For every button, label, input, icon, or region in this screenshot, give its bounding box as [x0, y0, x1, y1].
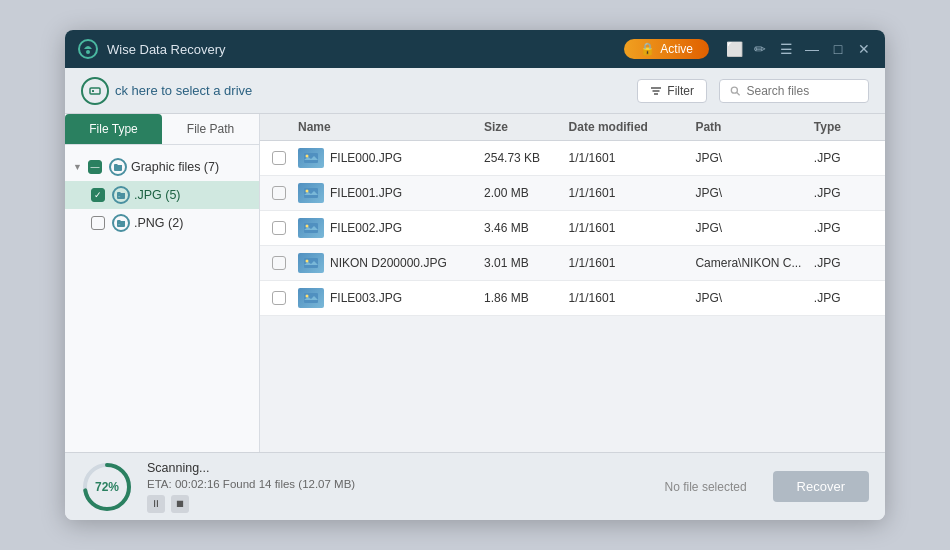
image-thumb: [304, 258, 318, 268]
row-name: FILE000.JPG: [298, 148, 484, 168]
image-thumb: [304, 293, 318, 303]
filter-label: Filter: [667, 84, 694, 98]
drive-select-button[interactable]: ck here to select a drive: [81, 77, 252, 105]
minimize-icon[interactable]: —: [803, 41, 821, 57]
file-thumb-icon: [298, 218, 324, 238]
table-row[interactable]: FILE001.JPG 2.00 MB 1/1/1601 JPG\ .JPG: [260, 176, 885, 211]
row-path: Camera\NIKON C...: [695, 256, 813, 270]
row-checkbox[interactable]: [272, 291, 286, 305]
row-checkbox[interactable]: [272, 256, 286, 270]
row-checkbox[interactable]: [272, 186, 286, 200]
row-check-cell: [272, 186, 298, 200]
sidebar-tabs: File Type File Path: [65, 114, 259, 145]
search-input[interactable]: [746, 84, 858, 98]
table-row[interactable]: NIKON D200000.JPG 3.01 MB 1/1/1601 Camer…: [260, 246, 885, 281]
filter-button[interactable]: Filter: [637, 79, 707, 103]
file-list-header: Name Size Date modified Path Type: [260, 114, 885, 141]
row-name: NIKON D200000.JPG: [298, 253, 484, 273]
row-name: FILE001.JPG: [298, 183, 484, 203]
main-content: File Type File Path ▼ — Graphic files (7…: [65, 114, 885, 452]
edit-icon[interactable]: ✏: [751, 41, 769, 57]
lock-icon: 🔒: [640, 42, 655, 56]
row-checkbox[interactable]: [272, 151, 286, 165]
row-type: .JPG: [814, 256, 873, 270]
svg-rect-2: [90, 88, 100, 94]
scanning-label: Scanning...: [147, 461, 651, 475]
svg-rect-3: [92, 90, 94, 92]
svg-point-14: [306, 190, 309, 193]
row-size: 1.86 MB: [484, 291, 569, 305]
app-title: Wise Data Recovery: [107, 42, 624, 57]
row-type: .JPG: [814, 291, 873, 305]
pause-button[interactable]: ⏸: [147, 495, 165, 513]
row-name: FILE003.JPG: [298, 288, 484, 308]
title-bar: Wise Data Recovery 🔒 Active ⬜ ✏ ☰ — □ ✕: [65, 30, 885, 68]
row-path: JPG\: [695, 186, 813, 200]
stop-button[interactable]: ⏹: [171, 495, 189, 513]
row-size: 3.46 MB: [484, 221, 569, 235]
row-date: 1/1/1601: [569, 151, 696, 165]
row-size: 2.00 MB: [484, 186, 569, 200]
row-date: 1/1/1601: [569, 291, 696, 305]
svg-point-20: [306, 295, 309, 298]
tree-item-graphic[interactable]: ▼ — Graphic files (7): [65, 153, 259, 181]
tree-label-png: .PNG (2): [134, 216, 183, 230]
tree-item-png[interactable]: ~ .PNG (2): [65, 209, 259, 237]
active-button[interactable]: 🔒 Active: [624, 39, 709, 59]
screen-icon[interactable]: ⬜: [725, 41, 743, 57]
menu-icon[interactable]: ☰: [777, 41, 795, 57]
file-thumb-icon: [298, 288, 324, 308]
svg-point-12: [306, 155, 309, 158]
filter-icon: [650, 85, 662, 97]
table-row[interactable]: FILE002.JPG 3.46 MB 1/1/1601 JPG\ .JPG: [260, 211, 885, 246]
row-checkbox[interactable]: [272, 221, 286, 235]
header-path: Path: [695, 120, 813, 134]
tree-label-jpg: .JPG (5): [134, 188, 181, 202]
scan-info: Scanning... ETA: 00:02:16 Found 14 files…: [147, 461, 651, 513]
tab-file-path[interactable]: File Path: [162, 114, 259, 144]
app-window: Wise Data Recovery 🔒 Active ⬜ ✏ ☰ — □ ✕ …: [65, 30, 885, 520]
tree-label-graphic: Graphic files (7): [131, 160, 219, 174]
file-rows: FILE000.JPG 254.73 KB 1/1/1601 JPG\ .JPG…: [260, 141, 885, 452]
image-thumb: [304, 188, 318, 198]
drive-bar: ck here to select a drive Filter: [65, 68, 885, 114]
maximize-icon[interactable]: □: [829, 41, 847, 57]
svg-point-1: [86, 50, 90, 54]
row-check-cell: [272, 291, 298, 305]
row-type: .JPG: [814, 186, 873, 200]
row-type: .JPG: [814, 221, 873, 235]
row-path: JPG\: [695, 221, 813, 235]
folder-icon-png: ~: [112, 214, 130, 232]
eta-label: ETA: 00:02:16 Found 14 files (12.07 MB): [147, 478, 651, 490]
tree-check-graphic[interactable]: —: [88, 160, 102, 174]
row-date: 1/1/1601: [569, 186, 696, 200]
sidebar: File Type File Path ▼ — Graphic files (7…: [65, 114, 260, 452]
tree-check-jpg[interactable]: ✓: [91, 188, 105, 202]
row-path: JPG\: [695, 151, 813, 165]
table-row[interactable]: FILE000.JPG 254.73 KB 1/1/1601 JPG\ .JPG: [260, 141, 885, 176]
row-date: 1/1/1601: [569, 256, 696, 270]
header-date: Date modified: [569, 120, 696, 134]
folder-icon-graphic: [109, 158, 127, 176]
search-box[interactable]: [719, 79, 869, 103]
header-size: Size: [484, 120, 569, 134]
image-thumb: [304, 153, 318, 163]
recover-button[interactable]: Recover: [773, 471, 869, 502]
svg-point-18: [306, 260, 309, 263]
app-logo: [77, 38, 99, 60]
header-name: Name: [298, 120, 484, 134]
svg-line-8: [737, 92, 740, 95]
progress-ring: 72%: [81, 461, 133, 513]
row-size: 3.01 MB: [484, 256, 569, 270]
tab-file-type[interactable]: File Type: [65, 114, 162, 144]
tree-item-jpg[interactable]: ✓ ~ .JPG (5): [65, 181, 259, 209]
drive-label: ck here to select a drive: [115, 83, 252, 98]
row-check-cell: [272, 151, 298, 165]
table-row[interactable]: FILE003.JPG 1.86 MB 1/1/1601 JPG\ .JPG: [260, 281, 885, 316]
window-controls: ⬜ ✏ ☰ — □ ✕: [725, 41, 873, 57]
close-icon[interactable]: ✕: [855, 41, 873, 57]
row-check-cell: [272, 256, 298, 270]
file-thumb-icon: [298, 148, 324, 168]
row-check-cell: [272, 221, 298, 235]
tree-check-png[interactable]: [91, 216, 105, 230]
